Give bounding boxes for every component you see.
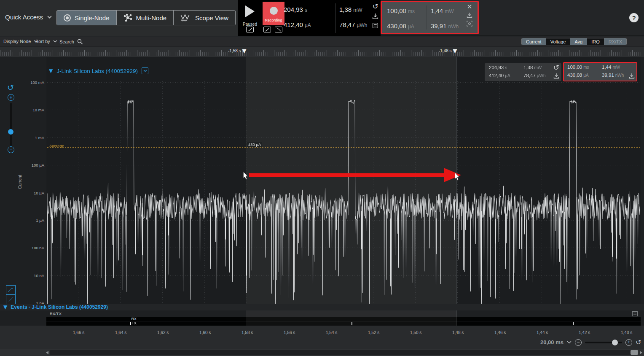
node-header[interactable]: ▼ J-Link Silicon Labs (440052929) [49,67,148,74]
overlay-power: 1,38 [523,65,533,70]
mode-tab-group: Single-Node Multi-Node Scope View [56,10,236,25]
time-zoom-slider-handle[interactable] [612,340,618,345]
view-toggle-group: CurrentVoltageAvgIRQRX/TX [521,38,627,45]
close-icon[interactable]: ✕ [467,4,472,10]
tab-multi-node[interactable]: Multi-Node [116,11,174,25]
quick-access-menu[interactable]: Quick Access [5,13,52,21]
view-toggle-rxtx[interactable]: RX/TX [604,38,626,45]
ramp-down-icon[interactable] [275,27,282,32]
scroll-left-icon[interactable] [46,351,48,354]
search-icon [77,39,83,45]
overlay-sel-current: 430,08 [567,73,582,78]
chevron-down-icon [53,40,57,43]
chevron-down-icon [47,16,52,19]
node-title: J-Link Silicon Labs (440052929) [56,68,138,74]
selection-end-marker[interactable]: -1,48 s ▼ [439,48,457,54]
view-toggle-avg[interactable]: Avg [570,38,587,45]
export-icon[interactable] [467,12,472,18]
overlay-sel-duration: 100,00 [567,65,582,70]
y-axis-tick-label: 10 mA [0,108,44,112]
scope-view-icon [180,14,191,22]
divider [335,3,335,33]
annotation-arrow [242,166,466,184]
x-axis-tick-label: -1,64 s [108,330,132,335]
ramp-up-icon[interactable] [263,27,271,32]
display-options-bar: Display Node Sort by Search CurrentVolta… [0,37,644,46]
overlay-time: 204,93 [489,65,504,70]
export-icon[interactable] [629,73,635,79]
y-axis-tick-label: 10 nA [0,273,44,278]
session-time-current: 204,93s 412,40µA [284,0,335,36]
view-toggle-voltage[interactable]: Voltage [546,38,570,45]
ruler-major-ticks [0,50,644,56]
divider [426,5,427,30]
y-zoom-reset-icon[interactable]: ↺ [7,84,14,91]
time-zoom-slider-track[interactable] [585,342,622,343]
scrollbar-track[interactable] [50,350,638,355]
play-button[interactable] [241,2,259,21]
time-zoom-in-button[interactable]: + [625,339,632,346]
selection-energy: 39,91 [431,22,447,30]
ramp-up-icon[interactable] [246,27,254,32]
time-ruler[interactable]: -1,58 s ▼ -1,48 s ▼ [0,47,644,57]
time-zoom-reset-icon[interactable]: ↺ [636,338,641,346]
tx-event-tick [352,322,352,325]
search-control[interactable]: Search [59,39,83,45]
marker-time-label: -1,48 s [439,49,452,53]
notes-icon[interactable] [372,22,378,29]
collapse-icon[interactable]: ▼ [3,305,7,310]
overlay-sel-energy: 39,91 [602,73,614,78]
record-icon [270,7,278,15]
selection-start-marker[interactable]: -1,58 s ▼ [228,48,247,54]
mouse-cursor-icon [243,172,249,180]
sort-by-dropdown[interactable]: Sort by [35,39,57,44]
scrollbar-thumb[interactable] [631,350,638,355]
session-actions: ↺ [372,3,378,29]
rx-row-label: RX [124,317,137,321]
node-visibility-toggle[interactable] [142,67,148,74]
display-node-dropdown[interactable]: Display Node [3,39,38,44]
y-axis-tick-label: 100 mA [0,80,44,85]
y-axis-tick-label: 1 mA [0,135,44,140]
average-line-label: Average [49,143,64,148]
y-axis-tick-label: 1 µA [0,218,44,223]
tab-scope-view[interactable]: Scope View [173,11,235,25]
events-header[interactable]: ▼ Events - J-Link Silicon Labs (44005292… [0,304,644,310]
reset-icon[interactable]: ↺ [372,3,378,10]
y-zoom-slider-handle[interactable] [8,129,13,135]
view-toggle-current[interactable]: Current [522,38,546,45]
y-zoom-out-button[interactable]: − [8,146,14,153]
log-scale-button[interactable] [6,285,16,295]
zoom-to-selection-icon[interactable] [467,21,472,27]
help-button[interactable]: ? [629,13,639,22]
session-power-energy: 1,38mW 78,47µWh [339,0,373,36]
play-options [246,27,254,32]
scroll-right-icon[interactable] [640,351,642,354]
selection-power: 1,44 [431,7,443,14]
reset-icon[interactable]: ↺ [553,64,559,71]
window-span-value[interactable]: 20,00 ms [540,339,564,345]
x-axis-tick-label: -1,44 s [530,330,553,335]
chevron-down-icon[interactable] [567,341,572,344]
view-toggle-irq[interactable]: IRQ [587,38,604,45]
overlay-energy: 78,47 [523,73,536,78]
time-zoom-out-button[interactable]: − [575,339,582,346]
tab-single-node[interactable]: Single-Node [57,11,116,25]
marker-triangle-icon: ▼ [242,48,247,54]
y-zoom-in-button[interactable]: + [8,94,14,101]
record-options [263,27,282,32]
session-energy: 78,47 [339,21,355,28]
tab-label: Multi-Node [136,14,167,22]
export-icon[interactable] [372,13,378,19]
events-legend-icon[interactable] [632,311,638,316]
linear-scale-button[interactable] [6,294,16,304]
y-zoom-slider-track[interactable] [10,103,12,146]
collapse-icon[interactable]: ▼ [49,68,53,73]
main-toolbar: Quick Access Single-Node Multi-Node [0,0,644,36]
horizontal-scrollbar[interactable] [0,349,644,356]
recording-label: Recording [265,18,282,22]
x-axis-tick-label: -1,52 s [361,330,385,335]
marker-time-label: -1,58 s [228,49,241,53]
export-icon[interactable] [553,73,559,79]
record-button[interactable]: Recording [263,2,284,25]
